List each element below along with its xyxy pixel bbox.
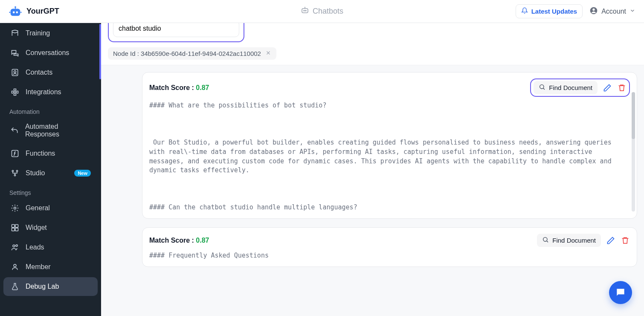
svg-point-26 (14, 264, 16, 267)
svg-point-12 (593, 8, 595, 10)
sidebar-item-studio[interactable]: StudioNew (3, 164, 98, 183)
training-icon (10, 29, 20, 38)
svg-point-3 (15, 6, 16, 8)
search-highlight-box: Search your training data (108, 23, 244, 42)
sidebar-item-debug-lab[interactable]: Debug Lab (3, 277, 98, 296)
sidebar-item-label: Integrations (26, 88, 61, 96)
sidebar-item-leads[interactable]: Leads (3, 238, 98, 257)
results-list: Match Score : 0.87 Find Document #### Wh… (101, 65, 644, 282)
edit-icon[interactable] (603, 83, 612, 93)
svg-rect-7 (302, 9, 308, 13)
brand-name: YourGPT (26, 7, 59, 16)
sidebar-item-member[interactable]: Member (3, 258, 98, 276)
svg-rect-20 (12, 225, 15, 228)
node-id-chip[interactable]: Node Id : 34b6590e-604d-11ef-9494-0242ac… (108, 47, 276, 60)
sidebar-item-label: General (26, 204, 50, 212)
sidebar-item-label: Member (26, 263, 51, 271)
svg-rect-15 (12, 151, 18, 157)
search-input-inside[interactable] (113, 23, 239, 37)
bell-icon (521, 7, 528, 15)
reply-icon (10, 126, 19, 135)
result-card: Match Score : 0.87 Find Document #### Fr… (142, 227, 637, 267)
svg-point-6 (20, 12, 22, 13)
svg-point-29 (543, 238, 547, 241)
search-icon (539, 84, 545, 92)
contacts-icon (10, 68, 20, 77)
find-document-button[interactable]: Find Document (534, 81, 598, 94)
sidebar-item-functions[interactable]: Functions (3, 144, 98, 163)
card-scrollbar[interactable] (632, 92, 635, 212)
edit-icon[interactable] (606, 236, 615, 245)
svg-point-19 (14, 207, 16, 209)
account-menu[interactable]: Account (589, 6, 635, 17)
svg-point-9 (305, 10, 306, 11)
sidebar-item-label: Contacts (26, 69, 52, 76)
user-icon (589, 6, 598, 17)
svg-rect-23 (15, 228, 18, 231)
svg-point-24 (13, 245, 15, 247)
svg-point-5 (9, 12, 10, 13)
svg-point-28 (540, 85, 544, 89)
sidebar-item-label: Studio (26, 169, 45, 177)
sidebar-section-automation: Automation (0, 102, 101, 117)
sidebar-item-automated-responses[interactable]: Automated Responses (3, 118, 98, 143)
widget-icon (10, 223, 20, 232)
sidebar-item-label: Functions (26, 150, 55, 157)
sidebar-item-label: Debug Lab (26, 283, 59, 290)
svg-rect-21 (15, 225, 18, 228)
brand[interactable]: YourGPT (9, 6, 59, 17)
top-center-label: Chatbots (313, 7, 343, 16)
close-icon[interactable] (265, 50, 271, 57)
sidebar-item-label: Leads (26, 244, 44, 251)
result-body: #### What are the possibilities of bot s… (149, 101, 630, 212)
svg-point-14 (14, 71, 16, 73)
svg-rect-13 (12, 70, 17, 76)
studio-icon (10, 169, 20, 177)
svg-point-17 (16, 170, 17, 171)
sidebar-item-label: Automated Responses (25, 123, 91, 138)
sidebar-item-label: Widget (26, 224, 47, 232)
node-id-text: Node Id : 34b6590e-604d-11ef-9494-0242ac… (113, 50, 261, 57)
sidebar-item-general[interactable]: General (3, 199, 98, 217)
trash-icon[interactable] (621, 236, 630, 245)
leads-icon (10, 243, 20, 252)
puzzle-icon (10, 88, 20, 96)
account-label: Account (601, 8, 626, 15)
svg-rect-0 (11, 9, 20, 16)
sidebar-item-widget[interactable]: Widget (3, 218, 98, 237)
top-center-tab[interactable]: Chatbots (301, 6, 343, 17)
find-doc-label: Find Document (549, 84, 592, 91)
sidebar: Training Conversations Contacts Integrat… (0, 23, 101, 316)
result-body: #### Frequently Asked Questions (149, 251, 630, 261)
svg-point-2 (16, 11, 18, 13)
find-document-button[interactable]: Find Document (537, 234, 601, 247)
card-actions: Find Document (537, 234, 630, 247)
svg-point-1 (13, 11, 15, 13)
sidebar-item-conversations[interactable]: Conversations (3, 43, 98, 62)
topbar: YourGPT Chatbots Latest Updates (0, 0, 644, 23)
main-content: Search your training data Limit : 10 Fin… (101, 23, 644, 316)
result-card: Match Score : 0.87 Find Document #### Wh… (142, 72, 637, 219)
sidebar-item-training[interactable]: Training (3, 24, 98, 43)
find-doc-label: Find Document (552, 237, 596, 244)
match-score: Match Score : 0.87 (149, 237, 209, 244)
flask-icon (10, 282, 20, 291)
chat-fab-button[interactable] (609, 281, 632, 304)
member-icon (10, 263, 20, 271)
svg-point-8 (304, 10, 305, 11)
robot-icon (301, 6, 309, 17)
actions-highlight: Find Document (530, 78, 630, 97)
sidebar-item-integrations[interactable]: Integrations (3, 83, 98, 101)
match-score: Match Score : 0.87 (149, 84, 209, 92)
svg-point-16 (12, 170, 13, 171)
new-badge: New (74, 170, 91, 177)
sidebar-item-label: Training (26, 29, 50, 37)
updates-label: Latest Updates (531, 8, 577, 15)
fn-icon (10, 149, 20, 158)
latest-updates-button[interactable]: Latest Updates (516, 4, 583, 18)
chevron-down-icon (629, 8, 635, 15)
trash-icon[interactable] (617, 83, 627, 93)
gear-icon (10, 204, 20, 212)
svg-rect-22 (12, 228, 15, 231)
sidebar-item-contacts[interactable]: Contacts (3, 63, 98, 82)
